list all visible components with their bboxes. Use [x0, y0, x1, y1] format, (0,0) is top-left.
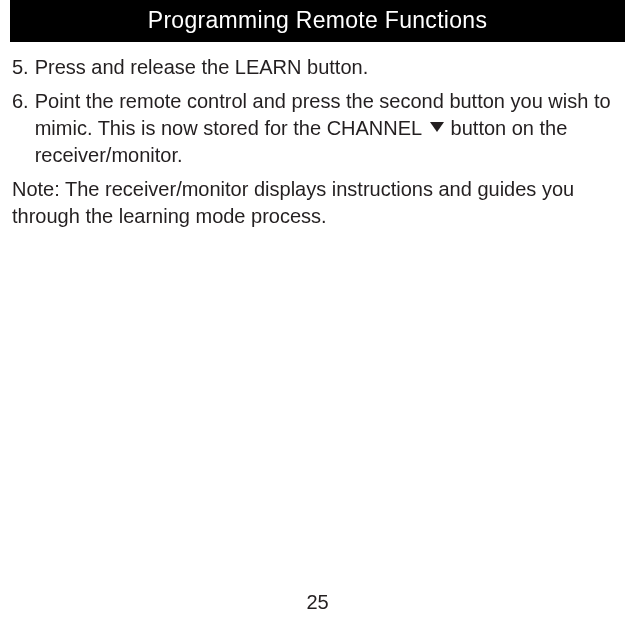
step-text: Press and release the LEARN button.: [35, 54, 623, 81]
section-header: Programming Remote Functions: [10, 0, 625, 42]
step-text: Point the remote control and press the s…: [35, 88, 623, 169]
page-content: 5. Press and release the LEARN button. 6…: [0, 42, 635, 230]
page-number: 25: [0, 591, 635, 614]
step-5: 5. Press and release the LEARN button.: [12, 54, 623, 81]
step-number: 6.: [12, 88, 35, 169]
svg-marker-0: [430, 122, 444, 132]
step-6: 6. Point the remote control and press th…: [12, 88, 623, 169]
note-text: Note: The receiver/monitor displays inst…: [12, 176, 623, 230]
channel-down-icon: [429, 113, 445, 140]
step-number: 5.: [12, 54, 35, 81]
section-title: Programming Remote Functions: [148, 7, 487, 33]
